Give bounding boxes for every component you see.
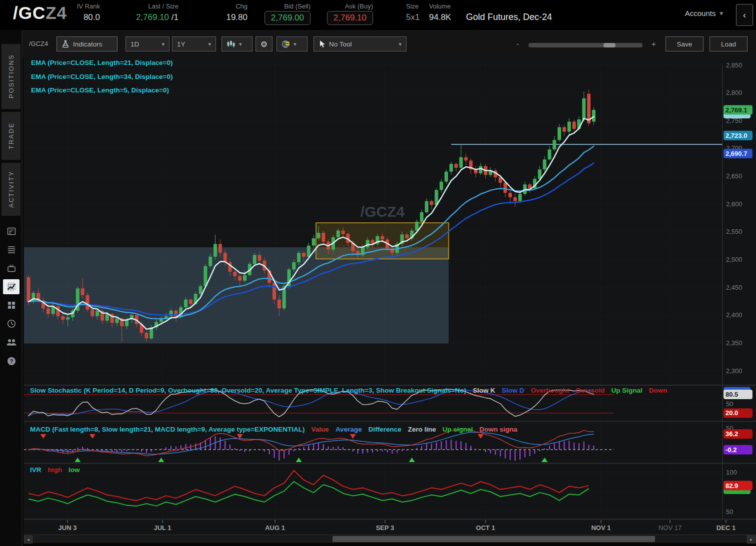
timeframe-select[interactable]: 1D ▾: [126, 36, 170, 51]
last-size-value: 2,769.10 /1: [108, 12, 178, 22]
zoom-slider[interactable]: [528, 43, 642, 47]
study-title: IVR: [30, 466, 42, 474]
load-label: Load: [721, 40, 736, 48]
legend-item-down: Down: [649, 387, 668, 394]
drawing-tool-select[interactable]: No Tool ▾: [314, 36, 406, 51]
time-scrollbar[interactable]: ◂ ▸: [24, 535, 756, 543]
candle-body: [425, 201, 428, 212]
history-clock-icon[interactable]: [3, 316, 20, 331]
collapse-panel-button[interactable]: ‹: [736, 4, 753, 26]
scroll-left-arrow[interactable]: ◂: [24, 536, 32, 544]
ema-study-labels[interactable]: EMA (Price=CLOSE, Length=21, Displace=0)…: [31, 56, 172, 97]
candle-body: [278, 300, 281, 309]
compare-globe-icon: [282, 40, 290, 48]
ivr-tick-label: 100: [726, 469, 737, 476]
price-tick-label: 2,300: [726, 367, 742, 375]
x-axis-label: JUN 3: [58, 524, 77, 532]
macd-histogram-bar: [382, 450, 383, 451]
quote-header: /GCZ4 IV Rank 80.0 Last / Size 2,769.10 …: [0, 0, 756, 30]
dashboard-icon[interactable]: [3, 298, 20, 313]
size-field: Size 5x1: [406, 2, 427, 22]
legend-item-zero-line: Zero line: [408, 426, 436, 433]
legend-item-difference: Difference: [368, 426, 402, 433]
macd-histogram-bar: [323, 444, 324, 450]
candle-body: [312, 238, 316, 245]
sidebar-tab-trade[interactable]: TRADE: [2, 112, 20, 160]
candle-body: [144, 333, 148, 338]
macd-histogram-bar: [426, 444, 427, 450]
ivr-tick-label: 50: [726, 508, 733, 516]
price-tick-label: 2,500: [726, 256, 742, 263]
macd-histogram-bar: [450, 440, 452, 450]
zoom-in-button[interactable]: +: [652, 39, 656, 48]
help-icon[interactable]: ?: [3, 354, 20, 369]
candle-body: [307, 246, 310, 257]
candlestick-chart-icon: [226, 40, 236, 48]
chart-grid-icon[interactable]: [3, 279, 20, 294]
candle-body: [243, 275, 246, 281]
sidebar-tab-positions[interactable]: POSITIONS: [2, 44, 20, 109]
study-title: Slow Stochastic (K Period=14, D Period=9…: [30, 387, 466, 394]
stochastic-study-label[interactable]: Slow Stochastic (K Period=14, D Period=9…: [30, 387, 667, 394]
size-value: 5x1: [406, 12, 427, 22]
macd-histogram-bar: [544, 448, 545, 450]
macd-histogram-bar: [568, 441, 570, 450]
price-tick-label: 2,550: [726, 228, 742, 235]
legend-item-low: low: [68, 466, 80, 474]
gear-icon: ⚙: [260, 39, 268, 49]
volume-value: 94.8K: [429, 12, 464, 22]
macd-histogram-bar: [588, 445, 590, 450]
macd-histogram-bar: [288, 450, 290, 455]
bid-button[interactable]: 2,769.00: [264, 11, 310, 25]
macd-histogram-bar: [564, 441, 564, 450]
candle-body: [115, 318, 118, 323]
macd-histogram-bar: [362, 450, 363, 454]
x-axis-label: AUG 1: [265, 524, 285, 532]
macd-histogram-bar: [116, 450, 118, 452]
macd-histogram-bar: [342, 447, 344, 450]
candle-body: [27, 277, 30, 302]
macd-study-label[interactable]: MACD (Fast length=8, Slow length=21, MAC…: [30, 426, 517, 433]
x-axis-label: SEP 3: [376, 524, 394, 532]
candle-body: [56, 306, 60, 316]
candle-body: [415, 222, 418, 231]
people-icon[interactable]: [3, 335, 20, 350]
range-select[interactable]: 1Y ▾: [172, 36, 216, 51]
candle-body: [66, 317, 70, 319]
load-button[interactable]: Load: [710, 36, 748, 51]
chart-type-select[interactable]: ▾: [222, 36, 252, 51]
indicators-button[interactable]: Indicators: [56, 36, 118, 51]
candle-body: [592, 110, 596, 121]
macd-histogram-bar: [284, 450, 284, 459]
scrollbar-thumb[interactable]: [332, 536, 655, 542]
axis-bubble-text: -0.2: [726, 446, 736, 454]
tab-label: TRADE: [8, 122, 15, 149]
macd-histogram-bar: [500, 450, 501, 457]
macd-histogram-bar: [549, 446, 550, 450]
candle-body: [208, 257, 212, 266]
macd-histogram-bar: [392, 450, 392, 454]
save-button[interactable]: Save: [666, 36, 704, 51]
candle-body: [342, 231, 345, 234]
scroll-right-arrow[interactable]: ▸: [747, 536, 756, 544]
zoom-slider-handle[interactable]: [604, 43, 616, 47]
ivr-study-label[interactable]: IVRhighlow: [30, 466, 80, 474]
news-icon[interactable]: [3, 224, 20, 239]
price-tick-label: 2,350: [726, 339, 742, 347]
ask-field: Ask (Buy) 2,769.10: [315, 2, 373, 25]
chart-canvas[interactable]: 2,8502,8002,7502,7002,6502,6002,5502,500…: [24, 56, 756, 534]
chart-layout-select[interactable]: ▾: [276, 36, 308, 51]
tv-icon[interactable]: [3, 261, 20, 276]
candle-body: [61, 316, 64, 320]
ladder-icon[interactable]: [3, 242, 20, 257]
candle-body: [380, 236, 384, 240]
macd-histogram-bar: [485, 450, 486, 452]
chart-settings-button[interactable]: ⚙: [256, 36, 272, 51]
sidebar-tab-activity[interactable]: ACTIVITY: [2, 163, 20, 216]
flask-icon: [62, 40, 70, 48]
accounts-dropdown[interactable]: Accounts ▾: [685, 9, 723, 17]
ask-button[interactable]: 2,769.10: [327, 11, 373, 25]
legend-item-down-signa: Down signa: [480, 426, 518, 433]
zoom-out-button[interactable]: -: [516, 39, 519, 48]
price-tick-label: 2,850: [726, 61, 742, 69]
